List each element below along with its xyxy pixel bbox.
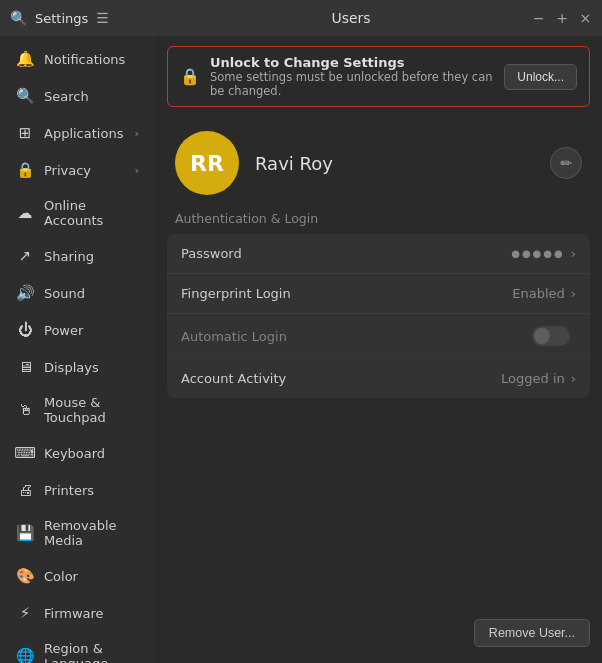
- fingerprint-row[interactable]: Fingerprint Login Enabled ›: [167, 274, 590, 314]
- sidebar-item-applications[interactable]: ⊞Applications›: [4, 115, 151, 151]
- region-language-icon: 🌐: [16, 647, 34, 663]
- sidebar-item-power[interactable]: ⏻Power: [4, 312, 151, 348]
- sidebar-label-online-accounts: Online Accounts: [44, 198, 139, 228]
- applications-chevron: ›: [135, 127, 139, 140]
- remove-user-button[interactable]: Remove User...: [474, 619, 590, 647]
- sidebar-item-privacy[interactable]: 🔒Privacy›: [4, 152, 151, 188]
- sidebar-item-keyboard[interactable]: ⌨Keyboard: [4, 435, 151, 471]
- sidebar-item-removable-media[interactable]: 💾Removable Media: [4, 509, 151, 557]
- mouse-touchpad-icon: 🖱: [16, 401, 34, 419]
- sidebar-label-search: Search: [44, 89, 89, 104]
- fingerprint-value: Enabled: [512, 286, 565, 301]
- activity-label: Account Activity: [181, 371, 501, 386]
- content-area: 🔒 Unlock to Change Settings Some setting…: [155, 36, 602, 663]
- unlock-button[interactable]: Unlock...: [504, 64, 577, 90]
- menu-icon[interactable]: ☰: [96, 10, 109, 26]
- sidebar-item-mouse-touchpad[interactable]: 🖱Mouse & Touchpad: [4, 386, 151, 434]
- sidebar-item-printers[interactable]: 🖨Printers: [4, 472, 151, 508]
- displays-icon: 🖥: [16, 358, 34, 376]
- banner-text: Unlock to Change Settings Some settings …: [210, 55, 494, 98]
- keyboard-icon: ⌨: [16, 444, 34, 462]
- autologin-row: Automatic Login: [167, 314, 590, 359]
- fingerprint-chevron: ›: [571, 286, 576, 301]
- unlock-banner: 🔒 Unlock to Change Settings Some setting…: [167, 46, 590, 107]
- sidebar-label-mouse-touchpad: Mouse & Touchpad: [44, 395, 139, 425]
- user-name: Ravi Roy: [255, 153, 534, 174]
- search-icon[interactable]: 🔍: [10, 10, 27, 26]
- sidebar-label-firmware: Firmware: [44, 606, 104, 621]
- autologin-label: Automatic Login: [181, 329, 532, 344]
- activity-value: Logged in: [501, 371, 565, 386]
- sidebar: 🔔Notifications🔍Search⊞Applications›🔒Priv…: [0, 36, 155, 663]
- sidebar-item-sound[interactable]: 🔊Sound: [4, 275, 151, 311]
- sidebar-label-sharing: Sharing: [44, 249, 94, 264]
- sidebar-item-search[interactable]: 🔍Search: [4, 78, 151, 114]
- sidebar-item-online-accounts[interactable]: ☁Online Accounts: [4, 189, 151, 237]
- window-controls: − + ×: [532, 10, 592, 26]
- edit-user-button[interactable]: ✏: [550, 147, 582, 179]
- settings-label: Settings: [35, 11, 88, 26]
- autologin-toggle: [532, 326, 570, 346]
- password-dots: ●●●●●: [511, 248, 565, 259]
- banner-subtitle: Some settings must be unlocked before th…: [210, 70, 494, 98]
- sidebar-label-sound: Sound: [44, 286, 85, 301]
- sidebar-item-notifications[interactable]: 🔔Notifications: [4, 41, 151, 77]
- search-icon: 🔍: [16, 87, 34, 105]
- main-container: 🔔Notifications🔍Search⊞Applications›🔒Priv…: [0, 36, 602, 663]
- password-row[interactable]: Password ●●●●● ›: [167, 234, 590, 274]
- activity-chevron: ›: [571, 371, 576, 386]
- password-chevron: ›: [571, 246, 576, 261]
- color-icon: 🎨: [16, 567, 34, 585]
- close-button[interactable]: ×: [579, 10, 592, 26]
- sound-icon: 🔊: [16, 284, 34, 302]
- sidebar-label-notifications: Notifications: [44, 52, 125, 67]
- sidebar-label-keyboard: Keyboard: [44, 446, 105, 461]
- applications-icon: ⊞: [16, 124, 34, 142]
- privacy-chevron: ›: [135, 164, 139, 177]
- sidebar-label-removable-media: Removable Media: [44, 518, 139, 548]
- sidebar-label-region-language: Region & Language: [44, 641, 139, 663]
- avatar: RR: [175, 131, 239, 195]
- sidebar-item-firmware[interactable]: ⚡Firmware: [4, 595, 151, 631]
- notifications-icon: 🔔: [16, 50, 34, 68]
- sidebar-item-displays[interactable]: 🖥Displays: [4, 349, 151, 385]
- banner-title: Unlock to Change Settings: [210, 55, 494, 70]
- bottom-area: Remove User...: [155, 398, 602, 663]
- privacy-icon: 🔒: [16, 161, 34, 179]
- fingerprint-label: Fingerprint Login: [181, 286, 512, 301]
- titlebar-left: 🔍 Settings ☰: [10, 10, 170, 26]
- sidebar-label-applications: Applications: [44, 126, 123, 141]
- printers-icon: 🖨: [16, 481, 34, 499]
- user-section: RR Ravi Roy ✏: [155, 115, 602, 195]
- removable-media-icon: 💾: [16, 524, 34, 542]
- sidebar-label-displays: Displays: [44, 360, 99, 375]
- auth-section-title: Authentication & Login: [155, 211, 602, 234]
- lock-icon: 🔒: [180, 67, 200, 86]
- minimize-button[interactable]: −: [532, 10, 545, 26]
- window-title: Users: [170, 10, 532, 26]
- sidebar-label-power: Power: [44, 323, 83, 338]
- sidebar-item-color[interactable]: 🎨Color: [4, 558, 151, 594]
- titlebar: 🔍 Settings ☰ Users − + ×: [0, 0, 602, 36]
- firmware-icon: ⚡: [16, 604, 34, 622]
- sidebar-item-region-language[interactable]: 🌐Region & Language: [4, 632, 151, 663]
- power-icon: ⏻: [16, 321, 34, 339]
- sidebar-label-color: Color: [44, 569, 78, 584]
- sidebar-item-sharing[interactable]: ↗Sharing: [4, 238, 151, 274]
- online-accounts-icon: ☁: [16, 204, 34, 222]
- sidebar-label-printers: Printers: [44, 483, 94, 498]
- maximize-button[interactable]: +: [555, 10, 568, 26]
- sharing-icon: ↗: [16, 247, 34, 265]
- activity-row[interactable]: Account Activity Logged in ›: [167, 359, 590, 398]
- sidebar-label-privacy: Privacy: [44, 163, 91, 178]
- auth-settings-list: Password ●●●●● › Fingerprint Login Enabl…: [167, 234, 590, 398]
- password-label: Password: [181, 246, 511, 261]
